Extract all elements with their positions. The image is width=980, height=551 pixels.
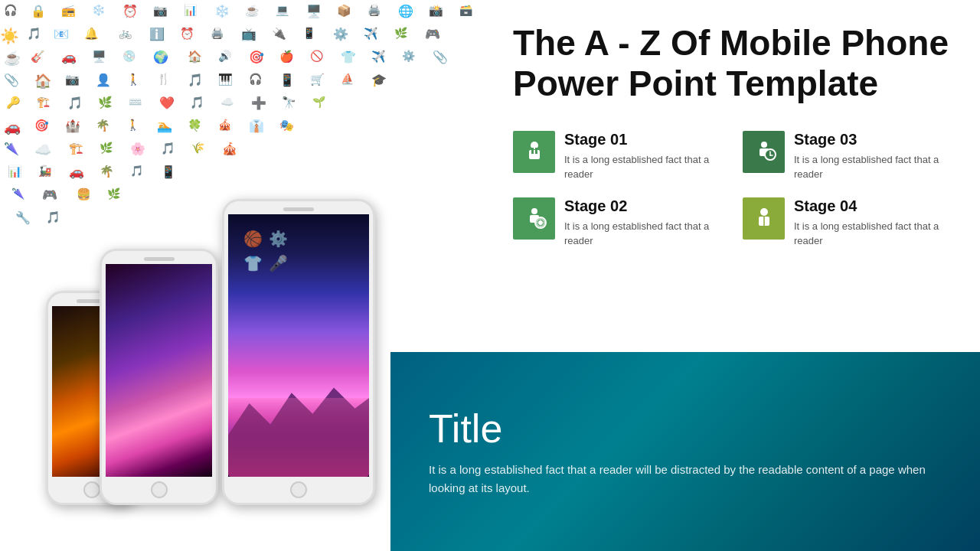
tech-icon: 📊 xyxy=(184,4,197,16)
tech-icon: 🌐 xyxy=(398,4,413,18)
tech-icon: 🌿 xyxy=(107,187,120,200)
phone-mid xyxy=(100,249,218,505)
tech-icon: 🌍 xyxy=(153,50,168,64)
tech-icon: 📷 xyxy=(65,73,80,86)
phone-main: 🏀 ⚙️ 👕 🎤 xyxy=(222,199,375,505)
tech-icon: 🍀 xyxy=(188,119,202,132)
tech-icon: 🎧 xyxy=(249,73,262,85)
tech-icon: 🎵 xyxy=(190,96,204,109)
tech-icon: 🎵 xyxy=(67,96,83,110)
tech-icon: 🏗️ xyxy=(69,142,83,155)
tech-icon: 📺 xyxy=(241,27,256,41)
tech-icon: 📷 xyxy=(153,4,168,18)
tech-icon: 🌂 xyxy=(11,187,24,200)
tech-icon: ⏰ xyxy=(122,4,138,18)
tech-icon: ⏰ xyxy=(180,27,194,41)
tech-icon: 🌾 xyxy=(191,142,204,154)
tech-icon: 🚶 xyxy=(126,73,141,86)
tech-icon: 💻 xyxy=(276,4,289,16)
tech-icon: 🌴 xyxy=(100,165,114,178)
stage-item-02: Stage 02 It is a long established fact t… xyxy=(513,197,720,249)
tech-icon: ☁️ xyxy=(34,142,51,158)
stage-item-03: Stage 03 It is a long established fact t… xyxy=(743,131,949,182)
stage-04-text: Stage 04 It is a long established fact t… xyxy=(794,197,949,249)
tech-icon: 🚗 xyxy=(69,165,84,179)
tech-icon: 🎸 xyxy=(31,50,45,64)
tech-icon: ❄️ xyxy=(92,4,105,16)
tech-icon: 👔 xyxy=(249,119,264,133)
tech-icon: 🎪 xyxy=(222,142,237,156)
stage-02-text: Stage 02 It is a long established fact t… xyxy=(564,197,720,249)
tech-icon: 🚶 xyxy=(126,119,139,131)
tech-icon: 🔧 xyxy=(15,210,31,225)
tech-icon: ⛵ xyxy=(341,73,354,85)
tech-icon: 🏰 xyxy=(65,119,80,133)
tech-icon: 🎪 xyxy=(218,119,231,131)
icon-cloud: 🎧 🔒 📻 ❄️ ⏰ 📷 📊 ❄️ ☕ 💻 🖥️ 📦 🖨️ 🌐 📸 🗃️ ☀️ … xyxy=(0,0,505,230)
tech-icon: ⚙️ xyxy=(402,50,415,62)
tech-icon: 📱 xyxy=(302,27,315,39)
stage-01-text: Stage 01 It is a long established fact t… xyxy=(564,131,720,182)
stage-01-desc: It is a long established fact that a rea… xyxy=(564,152,720,182)
stage-03-text: Stage 03 It is a long established fact t… xyxy=(794,131,949,182)
stage-02-desc: It is a long established fact that a rea… xyxy=(564,219,720,249)
tech-icon: 🔑 xyxy=(6,96,21,109)
tech-icon: 📱 xyxy=(161,165,176,179)
tech-icon: 🚂 xyxy=(38,165,51,177)
tech-icon: 🎹 xyxy=(218,73,233,86)
tech-icon: 🔊 xyxy=(218,50,231,62)
svg-rect-2 xyxy=(531,148,534,154)
tech-icon: ➕ xyxy=(251,96,266,110)
tech-icon: ✈️ xyxy=(364,27,378,41)
tech-icon: 📧 xyxy=(54,27,69,41)
tech-icon: ⚙️ xyxy=(333,27,348,41)
tech-icon: 🖥️ xyxy=(92,50,106,64)
stage-02-label: Stage 02 xyxy=(564,197,720,215)
tech-icon: 📊 xyxy=(8,165,22,178)
phone-screen-mid xyxy=(106,264,212,477)
tech-icon: 🔭 xyxy=(282,96,296,109)
tech-icon: 🌿 xyxy=(394,27,407,39)
tech-icon: 🍴 xyxy=(157,73,170,85)
svg-rect-1 xyxy=(529,150,540,159)
tech-icon: 🎵 xyxy=(188,73,203,87)
tech-icon: 📱 xyxy=(279,73,295,87)
tech-icon: 🖨️ xyxy=(368,4,381,16)
tech-icon: 🎵 xyxy=(46,210,60,224)
tech-icon: ☕ xyxy=(245,4,260,18)
tech-icon: 🎵 xyxy=(130,165,143,177)
stage-01-icon xyxy=(513,131,555,173)
phone-screen-main: 🏀 ⚙️ 👕 🎤 xyxy=(228,214,369,477)
svg-point-9 xyxy=(531,208,537,214)
stage-03-desc: It is a long established fact that a rea… xyxy=(794,152,949,182)
tech-icon: 🌂 xyxy=(4,142,19,156)
bottom-banner: Title It is a long established fact that… xyxy=(390,352,980,551)
tech-icon: ☀️ xyxy=(0,27,19,45)
tech-icon: 👕 xyxy=(341,50,356,64)
tech-icon: ⌨️ xyxy=(129,96,142,108)
tech-icon: 🎭 xyxy=(279,119,294,132)
stage-item-01: Stage 01 It is a long established fact t… xyxy=(513,131,720,182)
tech-icon: 🔌 xyxy=(272,27,286,41)
tech-icon: 🎯 xyxy=(249,50,264,64)
tech-icon: 🏠 xyxy=(188,50,202,64)
svg-rect-3 xyxy=(535,148,537,154)
tech-icon: ✈️ xyxy=(371,50,386,64)
tech-icon: ℹ️ xyxy=(149,27,165,41)
tech-icon: 🎯 xyxy=(34,119,49,132)
tech-icon: 🚗 xyxy=(4,119,21,135)
tech-icon: 🌿 xyxy=(98,96,113,109)
tech-icon: 🌿 xyxy=(100,142,113,154)
main-title: The A - Z Of Mobile Phone Power Point Te… xyxy=(513,23,949,104)
tech-icon: 🎵 xyxy=(27,27,41,41)
tech-icon: 📻 xyxy=(61,4,76,18)
tech-icon: 💿 xyxy=(122,50,136,62)
tech-icon: ☁️ xyxy=(220,96,234,108)
tech-icon: 🔒 xyxy=(31,4,46,18)
tech-icon: ☕ xyxy=(4,50,21,67)
tech-icon: 🚗 xyxy=(61,50,77,64)
tech-icon: 🌸 xyxy=(130,142,145,156)
tech-icon: 📦 xyxy=(337,4,351,18)
phones-container: 🏀 ⚙️ 👕 🎤 xyxy=(61,199,375,505)
tech-icon: 🎧 xyxy=(4,4,17,16)
